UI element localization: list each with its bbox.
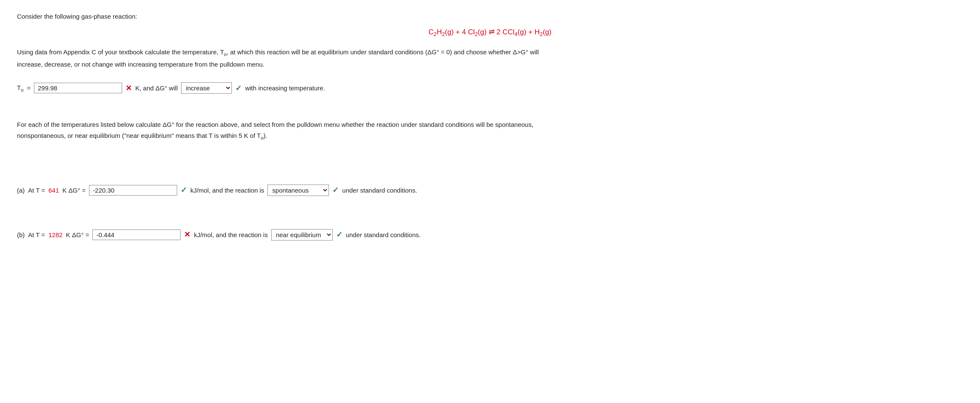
t0-answer-row: To = ✕ K, and ΔG° will increase decrease… <box>17 82 963 94</box>
part-b-t-value: 1282 <box>48 231 62 238</box>
part-b-reaction-select[interactable]: spontaneous nonspontaneous near equilibr… <box>271 229 333 241</box>
part-b-dg-input[interactable] <box>92 229 181 240</box>
part-b-end-text: under standard conditions. <box>346 231 421 238</box>
part-a-end-text: under standard conditions. <box>342 187 417 194</box>
with-increasing-text: with increasing temperature. <box>245 84 325 92</box>
intro-section: Consider the following gas-phase reactio… <box>17 13 963 70</box>
reaction-equation: C2H2(g) + 4 Cl2(g) ⇌ 2 CCl4(g) + H2(g) <box>17 28 963 37</box>
part-b-at-t: At T = <box>28 231 45 238</box>
part-a-at-t: At T = <box>28 187 45 194</box>
desc1-text: Using data from Appendix C of your textb… <box>17 48 539 56</box>
part-a-label: (a) <box>17 187 25 194</box>
part-b-row: (b) At T = 1282 K ΔG° = ✕ kJ/mol, and th… <box>17 229 963 241</box>
consider-text: Consider the following gas-phase reactio… <box>17 13 963 20</box>
t0-label: To <box>17 84 23 92</box>
part-b-unit: kJ/mol, and the reaction is <box>194 231 267 238</box>
part-b-k-label: K ΔG° = <box>66 231 89 238</box>
part-a-check-icon: ✓ <box>181 185 187 195</box>
desc2-text: increase, decrease, or not change with i… <box>17 61 264 68</box>
dg-trend-select[interactable]: increase decrease not change <box>181 82 232 94</box>
part-b-error-icon: ✕ <box>184 230 190 239</box>
k-label: K, and ΔG° will <box>135 84 178 92</box>
t0-error-icon: ✕ <box>125 84 132 93</box>
equals-sign: = <box>27 84 31 92</box>
part-a-dg-input[interactable] <box>89 185 177 196</box>
reaction-left: C2H2(g) + 4 Cl2(g) ⇌ 2 CCl4(g) + H2(g) <box>429 28 551 36</box>
part-a-t-value: 641 <box>48 187 59 194</box>
part2-desc2: nonspontaneous, or near equilibrium ("ne… <box>17 132 267 139</box>
part2-section: For each of the temperatures listed belo… <box>17 119 963 142</box>
dg-trend-check-icon: ✓ <box>235 84 242 93</box>
part-b-label: (b) <box>17 231 25 238</box>
part2-description: For each of the temperatures listed belo… <box>17 119 963 142</box>
part2-desc1: For each of the temperatures listed belo… <box>17 121 533 128</box>
part-a-unit: kJ/mol, and the reaction is <box>190 187 264 194</box>
t0-input[interactable] <box>34 83 122 93</box>
part-a-k-label: K ΔG° = <box>62 187 86 194</box>
part-a-reaction-check-icon: ✓ <box>332 185 339 195</box>
description-paragraph: Using data from Appendix C of your textb… <box>17 47 963 70</box>
part-a-reaction-select[interactable]: spontaneous nonspontaneous near equilibr… <box>267 185 329 196</box>
part-b-reaction-check-icon: ✓ <box>336 230 342 239</box>
part-a-row: (a) At T = 641 K ΔG° = ✓ kJ/mol, and the… <box>17 185 963 196</box>
